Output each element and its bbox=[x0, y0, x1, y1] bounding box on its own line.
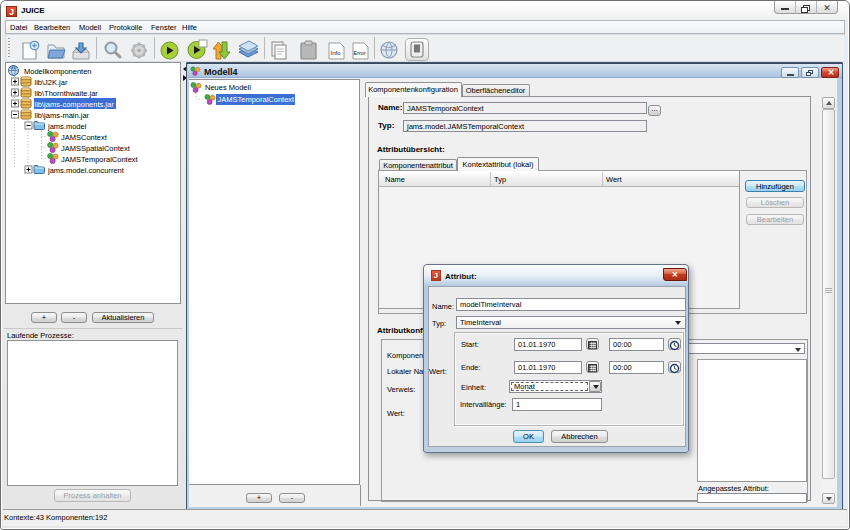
svg-text:Error: Error bbox=[354, 50, 366, 56]
svg-text:Info: Info bbox=[331, 50, 342, 56]
